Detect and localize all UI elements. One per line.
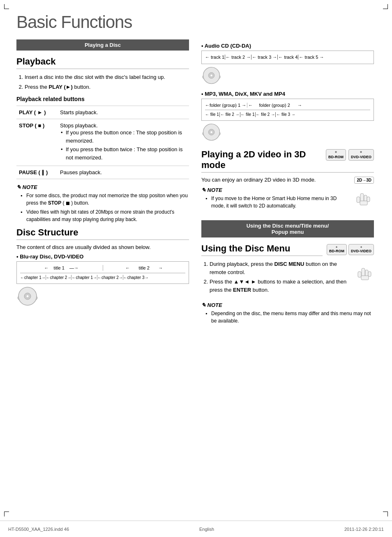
disc-menu-bd-icon: ✦ BD-ROM (327, 244, 347, 255)
stop-bullet-1: If you press the button once : The stop … (60, 129, 187, 145)
left-column: Playing a Disc Playback Insert a disc in… (16, 39, 189, 329)
disc-menu-note: ✎ NOTE Depending on the disc, the menu i… (201, 302, 374, 325)
disc-svg (16, 286, 39, 308)
disc-menu-steps: During playback, press the DISC MENU but… (201, 260, 352, 294)
disc-menu-note-item-1: Depending on the disc, the menu items ma… (205, 310, 374, 325)
note-icon: ✎ NOTE (16, 184, 189, 190)
audio-cd-label: • Audio CD (CD-DA) (201, 43, 374, 49)
footer-right: 2011-12-26 2:20:11 (344, 527, 384, 532)
playback-note: ✎ NOTE For some discs, the product may n… (16, 184, 189, 223)
playing-2d-section: ✦ BD-ROM ✦ DVD-VIDEO Playing a 2D video … (201, 149, 374, 214)
step-2: Press the PLAY (►) button. (25, 83, 189, 91)
disc-menu-step-2: Press the ▲▼◄ ► buttons to make a select… (210, 278, 352, 294)
disc-structure-title: Disc Structure (16, 227, 189, 240)
audio-cd-diagram: ← track 1 ← track 2 → ← track 3 → ← trac… (201, 51, 374, 64)
disc-menu-note-list: Depending on the disc, the menu items ma… (201, 310, 374, 325)
mp3-label: • MP3, WMA, DivX, MKV and MP4 (201, 91, 374, 97)
svg-rect-19 (358, 272, 361, 277)
corner-mark-tr (383, 4, 388, 9)
right-column: • Audio CD (CD-DA) ← track 1 ← track 2 →… (201, 39, 374, 329)
disc-menu-steps-container: During playback, press the DISC MENU but… (201, 260, 352, 298)
playing-disc-banner: Playing a Disc (16, 39, 189, 51)
bd-rom-icon: ✦ BD-ROM (326, 149, 346, 161)
svg-rect-20 (361, 276, 369, 280)
dvd-video-icon: ✦ DVD-VIDEO (348, 149, 374, 161)
disc-menu-header: Using the Disc Menu ✦ BD-ROM ✦ DVD-VIDEO (201, 243, 374, 260)
step-1: Insert a disc into the disc slot with th… (25, 73, 189, 81)
two-column-layout: Playing a Disc Playback Insert a disc in… (16, 39, 376, 329)
stop-key: STOP ( ■ ) (16, 119, 58, 166)
pause-value: Pauses playback. (58, 166, 189, 179)
disc-menu-note-icon: ✎ NOTE (201, 302, 374, 308)
play-value: Starts playback. (58, 106, 189, 119)
svg-point-3 (26, 295, 29, 297)
note-2d-icon: ✎ NOTE (201, 187, 374, 193)
disc-menu-content: During playback, press the DISC MENU but… (201, 260, 374, 298)
mp3-disc-svg (201, 122, 222, 143)
bluray-label: • Blu-ray Disc, DVD-VIDEO (16, 254, 189, 260)
footer-center: English (199, 527, 214, 532)
disc-menu-banner: Using the Disc menu/Title menu/ Popup me… (201, 220, 374, 237)
disc-menu-bd-dvd-icons: ✦ BD-ROM ✦ DVD-VIDEO (327, 244, 374, 255)
playback-title: Playback (16, 56, 189, 69)
disc-menu-title: Using the Disc Menu (201, 243, 323, 256)
page: Basic Functions Playing a Disc Playback … (0, 0, 392, 537)
note-item-2: Video files with high bit rates of 20Mbp… (21, 208, 189, 223)
stop-value: Stops playback. If you press the button … (58, 119, 189, 166)
corner-mark-bl (4, 512, 9, 516)
mp3-diagram: ←folder (group) 1 → ← folder (group) 2 →… (201, 99, 374, 121)
playing-2d-desc: You can enjoy an ordinary 2D video in 3D… (201, 177, 374, 183)
cd-disc-svg (201, 66, 222, 86)
note-2d-item-1: If you move to the Home or Smart Hub Hom… (205, 195, 374, 210)
footer-left: HT-D5500_XAA_1226.indd 46 (8, 527, 69, 532)
mp3-disc-icon (201, 122, 374, 144)
pause-key: PAUSE ( ‖ ) (16, 166, 58, 179)
footer: HT-D5500_XAA_1226.indd 46 English 2011-1… (0, 521, 392, 537)
disc-menu-step-1: During playback, press the DISC MENU but… (210, 260, 352, 276)
svg-rect-17 (362, 268, 365, 277)
svg-point-11 (210, 131, 212, 133)
disc-structure-desc: The content of discs are usually divided… (16, 244, 189, 250)
corner-mark-tl (4, 4, 9, 9)
svg-rect-21 (368, 272, 371, 277)
page-title: Basic Functions (16, 12, 376, 32)
play-key: PLAY ( ► ) (16, 106, 58, 119)
bluray-disc-icon (16, 286, 189, 309)
playback-buttons-title: Playback related buttons (16, 96, 189, 102)
hand-icon-disc-menu (355, 260, 374, 284)
playback-table: PLAY ( ► ) Starts playback. STOP ( ■ ) S… (16, 106, 189, 179)
table-row-play: PLAY ( ► ) Starts playback. (16, 106, 189, 119)
corner-mark-br (383, 512, 388, 516)
bd-dvd-icons: ✦ BD-ROM ✦ DVD-VIDEO (326, 149, 374, 161)
playback-steps: Insert a disc into the disc slot with th… (16, 73, 189, 91)
stop-bullet-2: If you press the button twice : The stop… (60, 145, 187, 161)
disc-menu-dvd-icon: ✦ DVD-VIDEO (348, 244, 374, 255)
hand-pointing-disc-svg (355, 260, 374, 283)
table-row-pause: PAUSE ( ‖ ) Pauses playback. (16, 166, 189, 179)
bluray-diagram: ← title 1 —→ ← title 2 → ←chapter 1→ ←ch… (16, 261, 189, 284)
note-2d: ✎ NOTE If you move to the Home or Smart … (201, 187, 374, 210)
table-row-stop: STOP ( ■ ) Stops playback. If you press … (16, 119, 189, 166)
note-list: For some discs, the product may not memo… (16, 192, 189, 223)
note-item-1: For some discs, the product may not memo… (21, 192, 189, 207)
svg-point-7 (210, 74, 212, 76)
audio-cd-disc-icon (201, 66, 374, 88)
note-2d-list: If you move to the Home or Smart Hub Hom… (201, 195, 374, 210)
